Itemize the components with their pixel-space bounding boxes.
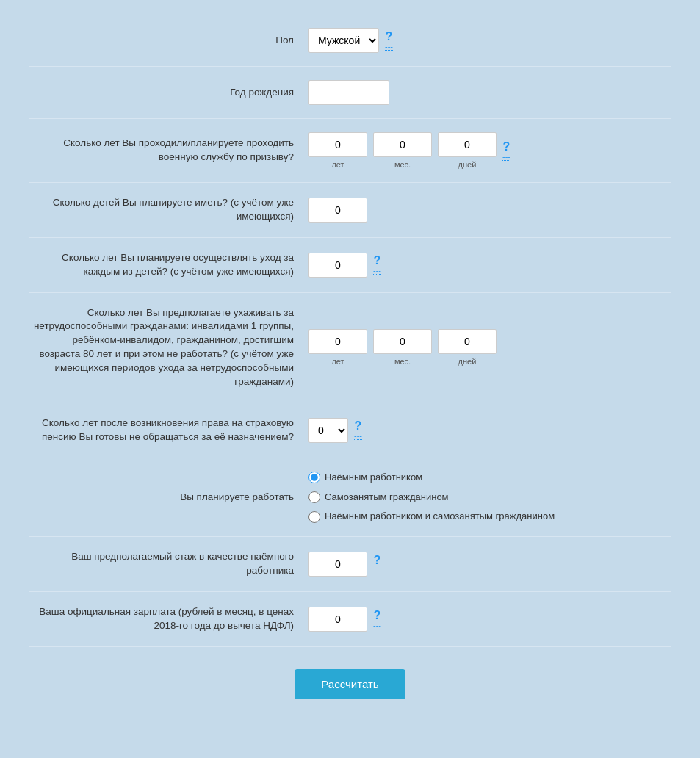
experience-help-icon[interactable]: ? (374, 555, 381, 566)
children-row: Сколько детей Вы планируете иметь? (с уч… (29, 183, 671, 238)
military-months-input[interactable] (373, 132, 432, 157)
work-type-label: Вы планируете работать (29, 491, 308, 505)
button-row: Рассчитать (29, 647, 671, 707)
military-months-unit: мес. (394, 160, 411, 169)
military-controls: лет мес. дней ? --- (308, 132, 671, 169)
disabled-years-group: лет (308, 329, 367, 366)
disabled-days-input[interactable] (438, 329, 497, 354)
disabled-days-group: дней (438, 329, 497, 366)
childcare-help-dash[interactable]: --- (373, 267, 381, 275)
disabled-care-label: Сколько лет Вы предполагаете ухаживать з… (29, 306, 308, 389)
birth-year-controls (308, 80, 671, 105)
military-years-unit: лет (331, 160, 344, 169)
work-radio-1[interactable] (308, 472, 320, 483)
work-option-1-label: Наёмным работником (325, 472, 422, 484)
gender-help-icon[interactable]: ? (386, 31, 393, 43)
disabled-months-group: мес. (373, 329, 432, 366)
experience-label: Ваш предполагаемый стаж в качестве наёмн… (29, 550, 308, 578)
pension-delay-help[interactable]: ? --- (354, 420, 362, 440)
military-help-dash[interactable]: --- (502, 153, 510, 161)
pension-delay-label: Сколько лет после возникновения права на… (29, 416, 308, 444)
disabled-years-unit: лет (331, 357, 344, 366)
pension-delay-select[interactable]: 0 1 2 3 4 5 10 (308, 418, 348, 443)
gender-help-dash[interactable]: --- (385, 43, 393, 51)
disabled-months-unit: мес. (394, 357, 411, 366)
experience-input[interactable] (308, 552, 367, 577)
work-option-3-label: Наёмным работником и самозанятым граждан… (325, 510, 555, 523)
childcare-help[interactable]: ? --- (373, 255, 381, 275)
disabled-months-input[interactable] (373, 329, 432, 354)
salary-input[interactable] (308, 607, 367, 632)
military-days-group: дней (438, 132, 497, 169)
military-years-group: лет (308, 132, 367, 169)
work-radio-2[interactable] (308, 491, 320, 503)
birth-year-label: Год рождения (29, 86, 308, 100)
children-input[interactable] (308, 198, 367, 223)
childcare-input[interactable] (308, 253, 367, 278)
work-option-3[interactable]: Наёмным работником и самозанятым граждан… (308, 510, 555, 523)
military-help[interactable]: ? --- (502, 141, 510, 161)
military-days-input[interactable] (438, 132, 497, 157)
work-option-2[interactable]: Самозанятым гражданином (308, 491, 555, 504)
childcare-help-icon[interactable]: ? (374, 255, 381, 267)
birth-year-input[interactable] (308, 80, 389, 105)
disabled-days-unit: дней (458, 357, 477, 366)
military-days-unit: дней (458, 160, 477, 169)
work-type-controls: Наёмным работником Самозанятым гражданин… (308, 472, 671, 524)
disabled-care-controls: лет мес. дней (308, 329, 671, 366)
military-row: Сколько лет Вы проходили/планируете прох… (29, 119, 671, 183)
military-years-input[interactable] (308, 132, 367, 157)
pension-delay-help-dash[interactable]: --- (354, 432, 362, 440)
salary-help-icon[interactable]: ? (374, 610, 381, 621)
disabled-care-row: Сколько лет Вы предполагаете ухаживать з… (29, 293, 671, 403)
work-type-radio-group: Наёмным работником Самозанятым гражданин… (308, 472, 555, 524)
salary-row: Ваша официальная зарплата (рублей в меся… (29, 592, 671, 647)
gender-help[interactable]: ? --- (385, 31, 393, 51)
children-label: Сколько детей Вы планируете иметь? (с уч… (29, 196, 308, 224)
gender-controls: Мужской Женский ? --- (308, 28, 671, 53)
childcare-row: Сколько лет Вы планируете осуществлять у… (29, 238, 671, 293)
work-radio-3[interactable] (308, 511, 320, 523)
experience-row: Ваш предполагаемый стаж в качестве наёмн… (29, 537, 671, 592)
gender-row: Пол Мужской Женский ? --- (29, 15, 671, 67)
gender-select[interactable]: Мужской Женский (308, 28, 379, 53)
calculate-button[interactable]: Рассчитать (295, 669, 405, 699)
salary-help-dash[interactable]: --- (373, 621, 381, 629)
salary-label: Ваша официальная зарплата (рублей в меся… (29, 605, 308, 633)
gender-label: Пол (29, 34, 308, 48)
disabled-years-input[interactable] (308, 329, 367, 354)
experience-help-dash[interactable]: --- (373, 566, 381, 574)
military-months-group: мес. (373, 132, 432, 169)
work-option-1[interactable]: Наёмным работником (308, 472, 555, 484)
children-controls (308, 198, 671, 223)
pension-delay-row: Сколько лет после возникновения права на… (29, 403, 671, 458)
pension-delay-help-icon[interactable]: ? (355, 420, 362, 432)
pension-delay-controls: 0 1 2 3 4 5 10 ? --- (308, 418, 671, 443)
work-option-2-label: Самозанятым гражданином (325, 491, 449, 504)
salary-controls: ? --- (308, 607, 671, 632)
work-type-row: Вы планируете работать Наёмным работнико… (29, 458, 671, 538)
salary-help[interactable]: ? --- (373, 610, 381, 629)
birth-year-row: Год рождения (29, 67, 671, 119)
military-help-icon[interactable]: ? (503, 141, 510, 153)
childcare-label: Сколько лет Вы планируете осуществлять у… (29, 251, 308, 279)
experience-controls: ? --- (308, 552, 671, 577)
experience-help[interactable]: ? --- (373, 555, 381, 574)
childcare-controls: ? --- (308, 253, 671, 278)
military-label: Сколько лет Вы проходили/планируете прох… (29, 137, 308, 165)
